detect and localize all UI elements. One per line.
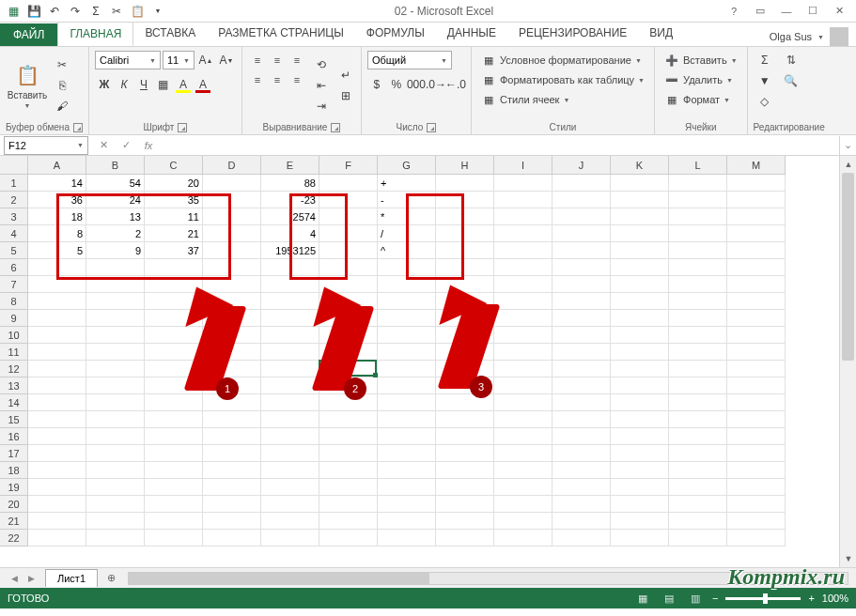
wrap-text-button[interactable]: ↵ — [336, 66, 355, 85]
cell[interactable] — [436, 411, 494, 428]
cell[interactable] — [86, 411, 145, 428]
cell[interactable]: 21 — [145, 225, 203, 242]
cell[interactable] — [319, 530, 378, 547]
ribbon-tab[interactable]: ГЛАВНАЯ — [57, 22, 133, 46]
cell[interactable]: 4 — [261, 225, 319, 242]
redo-icon[interactable]: ↷ — [68, 4, 83, 19]
column-header[interactable]: G — [378, 156, 436, 175]
cell[interactable]: * — [378, 208, 436, 225]
column-header[interactable]: J — [553, 156, 611, 175]
cell[interactable] — [145, 394, 203, 411]
cell[interactable] — [553, 513, 611, 530]
cell[interactable] — [319, 259, 378, 276]
cell[interactable] — [319, 208, 378, 225]
fill-color-button[interactable]: A — [174, 75, 193, 94]
cell[interactable] — [669, 411, 727, 428]
align-left-button[interactable]: ≡ — [248, 70, 267, 89]
cell[interactable] — [261, 377, 319, 394]
cell[interactable] — [145, 411, 203, 428]
cell[interactable] — [553, 462, 611, 479]
cell[interactable] — [436, 513, 494, 530]
column-header[interactable]: D — [203, 156, 261, 175]
file-tab[interactable]: ФАЙЛ — [0, 23, 57, 46]
cell[interactable] — [261, 445, 319, 462]
row-header[interactable]: 22 — [0, 530, 28, 547]
cell[interactable]: -23 — [261, 192, 319, 208]
cell[interactable] — [611, 259, 669, 276]
cell[interactable] — [378, 428, 436, 445]
cell[interactable] — [494, 242, 553, 259]
format-cells-button[interactable]: ▦Формат▼ — [661, 90, 741, 109]
cell[interactable] — [494, 428, 553, 445]
cell[interactable] — [611, 496, 669, 513]
ribbon-tab[interactable]: ВИД — [638, 22, 684, 46]
cell[interactable] — [669, 496, 727, 513]
cell[interactable] — [727, 293, 786, 310]
column-header[interactable]: H — [436, 156, 494, 175]
cell[interactable] — [727, 259, 786, 276]
cell[interactable]: + — [378, 175, 436, 192]
cell[interactable] — [727, 479, 786, 496]
cell[interactable] — [669, 344, 727, 361]
autosum-icon[interactable]: Σ — [88, 4, 103, 19]
cell[interactable] — [319, 192, 378, 208]
autosum-button[interactable]: Σ — [754, 51, 776, 69]
cell[interactable] — [86, 462, 145, 479]
ribbon-tab[interactable]: ВСТАВКА — [133, 22, 207, 46]
cell[interactable] — [28, 344, 86, 361]
cell[interactable] — [378, 445, 436, 462]
cell[interactable] — [494, 310, 553, 327]
cell[interactable]: 13 — [86, 208, 145, 225]
cell[interactable] — [261, 411, 319, 428]
column-header[interactable]: E — [261, 156, 319, 175]
cell[interactable]: 2 — [86, 225, 145, 242]
cell[interactable]: 88 — [261, 175, 319, 192]
align-bottom-button[interactable]: ≡ — [288, 51, 306, 69]
cell-styles-button[interactable]: ▦Стили ячеек▼ — [477, 90, 648, 109]
cell[interactable] — [553, 394, 611, 411]
cell[interactable]: 20 — [145, 175, 203, 192]
row-header[interactable]: 1 — [0, 175, 28, 192]
column-header[interactable]: B — [86, 156, 145, 175]
cell[interactable] — [145, 513, 203, 530]
orientation-button[interactable]: ⟲ — [312, 55, 331, 74]
cell[interactable] — [86, 293, 145, 310]
close-icon[interactable]: ✕ — [828, 3, 850, 20]
cell[interactable] — [145, 428, 203, 445]
cell[interactable] — [669, 276, 727, 293]
cell[interactable] — [727, 513, 786, 530]
cell[interactable] — [28, 462, 86, 479]
align-top-button[interactable]: ≡ — [248, 51, 267, 69]
cell[interactable] — [669, 310, 727, 327]
cell[interactable] — [727, 225, 786, 242]
cell[interactable] — [319, 479, 378, 496]
cell[interactable] — [727, 530, 786, 547]
cell[interactable] — [553, 327, 611, 344]
cell[interactable] — [378, 377, 436, 394]
font-size-select[interactable]: 11▼ — [163, 51, 195, 69]
cell[interactable] — [378, 462, 436, 479]
cell[interactable] — [553, 530, 611, 547]
cell[interactable] — [553, 208, 611, 225]
cell[interactable] — [28, 361, 86, 377]
find-select-button[interactable]: 🔍 — [780, 71, 802, 90]
cell[interactable] — [28, 428, 86, 445]
cell[interactable] — [145, 445, 203, 462]
decrease-indent-button[interactable]: ⇤ — [312, 76, 331, 95]
expand-formula-bar-button[interactable]: ⌄ — [839, 136, 856, 155]
cell[interactable] — [727, 428, 786, 445]
cell[interactable] — [494, 344, 553, 361]
cell[interactable] — [727, 377, 786, 394]
font-name-select[interactable]: Calibri▼ — [95, 51, 161, 69]
cell[interactable] — [28, 411, 86, 428]
cell[interactable] — [436, 225, 494, 242]
cell[interactable] — [553, 377, 611, 394]
cell[interactable] — [378, 310, 436, 327]
cell[interactable] — [727, 361, 786, 377]
format-table-button[interactable]: ▦Форматировать как таблицу▼ — [477, 70, 648, 89]
cell[interactable] — [203, 530, 261, 547]
cell[interactable]: / — [378, 225, 436, 242]
row-header[interactable]: 18 — [0, 462, 28, 479]
row-header[interactable]: 13 — [0, 377, 28, 394]
row-header[interactable]: 16 — [0, 428, 28, 445]
